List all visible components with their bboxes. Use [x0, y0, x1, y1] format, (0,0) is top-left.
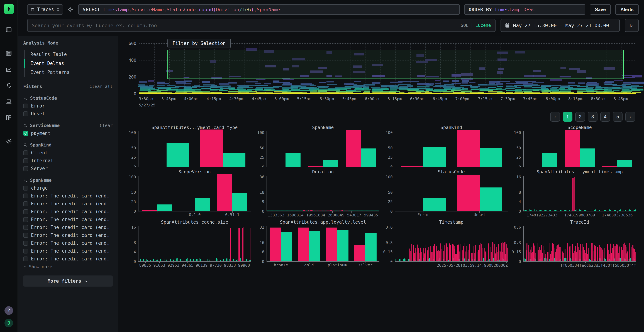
lucene-toggle[interactable]: Lucene	[475, 23, 491, 28]
mini-y-tick: 0	[134, 260, 136, 264]
checkbox[interactable]	[23, 202, 28, 206]
select-query-editor[interactable]: SELECT Timestamp,ServiceName,StatusCode,…	[78, 4, 460, 15]
spike-red	[601, 248, 602, 261]
analysis-mode-item-event-deltas[interactable]: Event Deltas	[24, 59, 113, 68]
mini-chart-10: Timestamp00.150.30.62025-05-28T03:59:14.…	[382, 220, 508, 268]
filter-option[interactable]: Error: The credit card (end…	[23, 225, 113, 230]
heatmap-segment	[157, 85, 164, 86]
filter-option[interactable]: Client	[23, 150, 113, 156]
checkbox[interactable]	[23, 209, 28, 214]
pagination-page-1[interactable]: 1	[563, 112, 572, 122]
heatmap-segment	[532, 84, 538, 85]
heatmap-segment	[202, 88, 210, 89]
filter-by-selection-button[interactable]: Filter by Selection	[168, 39, 230, 48]
checkbox[interactable]	[23, 158, 28, 163]
source-select[interactable]: Traces	[27, 4, 63, 15]
pagination-prev[interactable]: ‹	[550, 112, 560, 122]
heatmap-segment	[167, 85, 176, 86]
save-button[interactable]: Save	[590, 4, 611, 15]
filter-option[interactable]: Error: The credit card (end…	[23, 248, 113, 254]
heatmap-segment	[149, 88, 155, 89]
date-range-picker[interactable]: May 27 15:30:00 - May 27 21:00:00	[500, 19, 620, 32]
checkbox[interactable]	[23, 249, 28, 254]
more-filters-button[interactable]: More filters	[23, 276, 113, 286]
search-input[interactable]	[32, 23, 461, 28]
select-query-tokens: Timestamp,ServiceName,StatusCode,round(D…	[103, 7, 280, 12]
comb-green	[614, 210, 615, 211]
filter-option[interactable]: Error: The credit card (end…	[23, 240, 113, 246]
category-tick	[506, 261, 507, 263]
help-button[interactable]: ?	[4, 306, 13, 315]
pagination-page-2[interactable]: 2	[575, 112, 585, 122]
pagination-page-3[interactable]: 3	[588, 112, 598, 122]
checkbox[interactable]	[23, 194, 28, 198]
filter-option[interactable]: Error: The credit card (end…	[23, 201, 113, 206]
search-events-icon[interactable]	[3, 48, 14, 59]
checkbox[interactable]	[23, 166, 28, 171]
alerts-button[interactable]: Alerts	[616, 4, 639, 15]
chart-explorer-icon[interactable]	[3, 64, 14, 75]
spike-red	[493, 249, 494, 261]
filter-option[interactable]: Internal	[23, 158, 113, 163]
checkbox[interactable]	[23, 186, 28, 190]
settings-gear-icon[interactable]	[3, 136, 14, 147]
checkbox[interactable]	[23, 150, 28, 155]
mini-y-tick: 18	[260, 190, 264, 194]
spike-red	[453, 244, 454, 261]
filter-option[interactable]: charge	[23, 185, 113, 191]
clear-all-link[interactable]: Clear all	[90, 84, 113, 89]
spike-red	[467, 252, 468, 261]
order-by-editor[interactable]: ORDER BY Timestamp DESC	[464, 4, 585, 15]
sessions-laptop-icon[interactable]	[3, 96, 14, 107]
spike-red	[634, 248, 634, 261]
comb-green	[636, 210, 636, 211]
show-more-link[interactable]: Show more	[23, 264, 113, 270]
pagination-page-5[interactable]: 5	[613, 112, 622, 122]
source-settings-gear-icon[interactable]	[68, 6, 74, 12]
heatmap-segment	[309, 89, 319, 90]
spike-red	[630, 244, 630, 261]
filter-option[interactable]: Error	[23, 103, 113, 108]
pagination-next[interactable]: ›	[626, 112, 635, 122]
spike-red	[489, 243, 489, 261]
filter-option[interactable]: Error: The credit card (end…	[23, 209, 113, 214]
filter-option[interactable]: Server	[23, 166, 113, 171]
heatmap-segment	[184, 80, 192, 82]
panel-toggle-icon[interactable]	[3, 24, 14, 36]
filter-option[interactable]: Error: The credit card (end…	[23, 232, 113, 238]
checkbox[interactable]	[23, 225, 28, 230]
alerts-bell-icon[interactable]	[3, 80, 14, 91]
mini-y-tick: 100	[129, 130, 136, 135]
filter-option[interactable]: Error: The credit card (end…	[23, 193, 113, 198]
heatmap-segment	[149, 85, 154, 86]
checkbox-checked[interactable]	[23, 131, 28, 136]
heatmap-segment	[273, 80, 280, 82]
dashboards-icon[interactable]	[3, 112, 14, 124]
spike-red	[470, 249, 470, 261]
filter-option[interactable]: payment	[23, 130, 113, 136]
checkbox[interactable]	[23, 217, 28, 222]
analysis-mode-item-results-table[interactable]: Results Table	[24, 50, 113, 59]
filter-option[interactable]: Error: The credit card (end…	[23, 256, 113, 262]
analysis-mode-item-event-patterns[interactable]: Event Patterns	[24, 68, 113, 77]
checkbox[interactable]	[23, 104, 28, 108]
checkbox[interactable]	[23, 241, 28, 246]
timeline-plot[interactable]: Filter by Selection	[139, 39, 636, 94]
filter-option[interactable]: Error: The credit card (end…	[23, 217, 113, 222]
checkbox[interactable]	[23, 256, 28, 261]
heatmap-segment	[220, 86, 231, 87]
clear-filter-link[interactable]: Clear	[100, 123, 113, 128]
checkbox[interactable]	[23, 112, 28, 116]
user-avatar[interactable]: D	[4, 319, 13, 327]
filter-option[interactable]: Unset	[23, 111, 113, 116]
hyperdx-logo[interactable]	[4, 4, 14, 14]
timeline-selection-box[interactable]	[168, 50, 624, 79]
pagination-page-4[interactable]: 4	[600, 112, 610, 122]
mini-chart-plot	[395, 226, 508, 262]
heatmap-segment	[407, 88, 417, 89]
spike-red	[597, 247, 598, 261]
bar-outlier-red	[346, 130, 361, 167]
checkbox[interactable]	[23, 233, 28, 238]
run-query-button[interactable]: ▷	[625, 19, 639, 32]
sql-toggle[interactable]: SQL	[461, 23, 468, 28]
